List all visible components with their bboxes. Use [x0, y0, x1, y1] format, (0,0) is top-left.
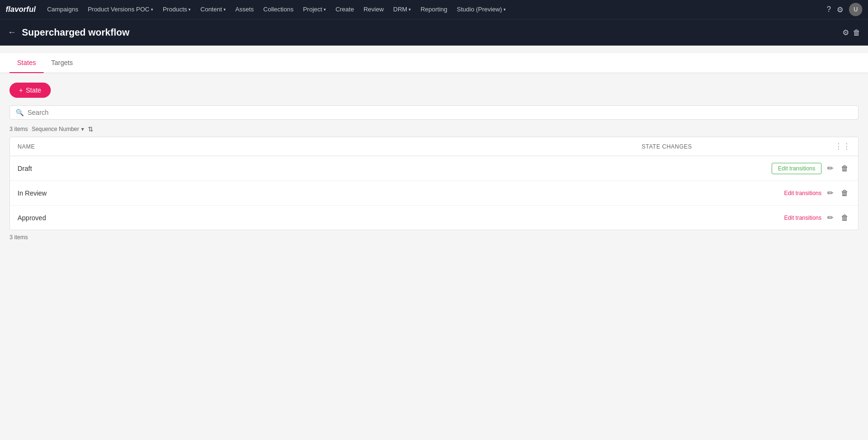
edit-transitions-link[interactable]: Edit transitions [784, 190, 821, 197]
nav-product-versions[interactable]: Product Versions POC ▾ [84, 0, 157, 19]
table-row: Draft Edit transitions ✏ 🗑 [10, 156, 858, 181]
tabs: States Targets [0, 53, 868, 73]
nav-products[interactable]: Products ▾ [159, 0, 195, 19]
chevron-down-icon: ▾ [188, 0, 191, 19]
nav-assets[interactable]: Assets [232, 0, 258, 19]
items-count-bottom: 3 items [9, 234, 859, 241]
table-row: Approved Edit transitions ✏ 🗑 [10, 206, 858, 230]
chevron-down-icon: ▾ [504, 0, 506, 19]
help-icon[interactable]: ? [827, 5, 831, 14]
row-name: Draft [18, 165, 642, 172]
add-state-label: State [26, 86, 41, 94]
nav-collections[interactable]: Collections [260, 0, 298, 19]
back-button[interactable]: ← [8, 28, 16, 37]
nav-icons: ? ⚙ U [827, 3, 862, 16]
nav-studio[interactable]: Studio (Preview) ▾ [453, 0, 510, 19]
col-header-name: Name [18, 143, 642, 150]
row-actions: Edit transitions ✏ 🗑 [737, 211, 850, 224]
chevron-down-icon: ▾ [409, 0, 411, 19]
nav-project[interactable]: Project ▾ [299, 0, 329, 19]
chevron-down-icon: ▾ [224, 0, 226, 19]
avatar[interactable]: U [849, 3, 862, 16]
nav-drm[interactable]: DRM ▾ [390, 0, 415, 19]
edit-icon[interactable]: ✏ [825, 211, 835, 224]
search-icon: 🔍 [16, 109, 24, 116]
delete-icon[interactable]: 🗑 [839, 212, 850, 224]
content-area: + State 🔍 3 items Sequence Number ▾ ⇅ Na… [9, 73, 859, 250]
main-content: States Targets + State 🔍 3 items Sequenc… [0, 46, 868, 440]
col-header-state-changes: State changes [642, 143, 737, 150]
chevron-down-icon: ▾ [324, 0, 326, 19]
delete-icon[interactable]: 🗑 [839, 162, 850, 175]
workflow-delete-icon[interactable]: 🗑 [853, 28, 860, 37]
edit-icon[interactable]: ✏ [825, 187, 835, 199]
edit-icon[interactable]: ✏ [825, 162, 835, 175]
search-container: 🔍 [9, 105, 859, 120]
col-header-actions: ⋮⋮ [737, 142, 850, 151]
row-actions: Edit transitions ✏ 🗑 [737, 187, 850, 199]
edit-transitions-button[interactable]: Edit transitions [772, 163, 821, 174]
table-row: In Review Edit transitions ✏ 🗑 [10, 181, 858, 206]
chevron-down-icon: ▾ [151, 0, 153, 19]
add-state-button[interactable]: + State [9, 83, 51, 98]
nav-reporting[interactable]: Reporting [417, 0, 451, 19]
nav-review[interactable]: Review [360, 0, 388, 19]
nav-create[interactable]: Create [332, 0, 358, 19]
items-count-top: 3 items [9, 126, 28, 132]
tab-states[interactable]: States [9, 53, 44, 73]
plus-icon: + [19, 86, 23, 94]
edit-transitions-link[interactable]: Edit transitions [784, 215, 821, 221]
logo[interactable]: flavorful [6, 5, 36, 14]
table: Name State changes ⋮⋮ Draft Edit transit… [9, 137, 859, 230]
page-title: Supercharged workflow [22, 27, 842, 38]
sort-select[interactable]: Sequence Number ▾ [32, 126, 84, 132]
delete-icon[interactable]: 🗑 [839, 187, 850, 199]
tab-targets[interactable]: Targets [44, 53, 81, 73]
nav-content[interactable]: Content ▾ [196, 0, 230, 19]
row-name: Approved [18, 214, 642, 222]
nav-campaigns[interactable]: Campaigns [43, 0, 82, 19]
chevron-down-icon: ▾ [81, 126, 84, 132]
columns-icon[interactable]: ⋮⋮ [835, 142, 850, 151]
workflow-settings-icon[interactable]: ⚙ [842, 28, 849, 37]
top-nav: flavorful Campaigns Product Versions POC… [0, 0, 868, 19]
row-actions: Edit transitions ✏ 🗑 [737, 162, 850, 175]
sort-bar: 3 items Sequence Number ▾ ⇅ [9, 125, 859, 133]
sub-header-actions: ⚙ 🗑 [842, 28, 860, 37]
table-header: Name State changes ⋮⋮ [10, 137, 858, 156]
search-input[interactable] [28, 109, 852, 116]
settings-icon[interactable]: ⚙ [837, 5, 843, 14]
sub-header: ← Supercharged workflow ⚙ 🗑 [0, 19, 868, 46]
row-name: In Review [18, 189, 642, 197]
sort-direction-icon[interactable]: ⇅ [88, 125, 93, 133]
